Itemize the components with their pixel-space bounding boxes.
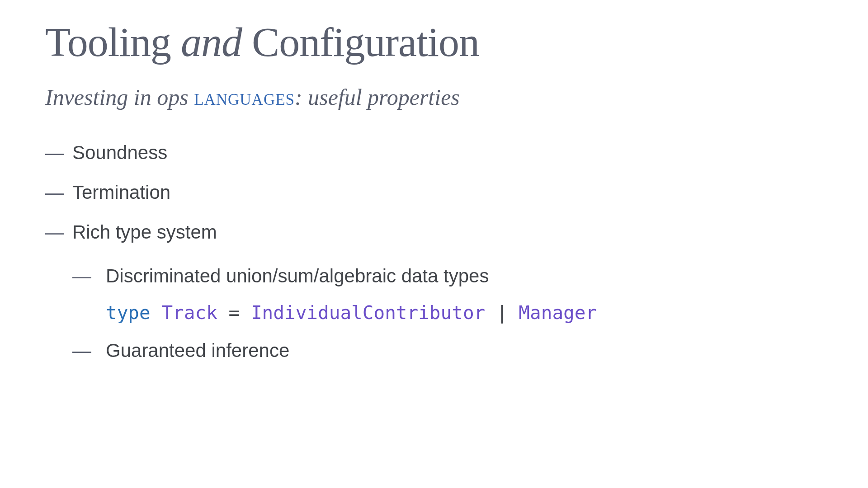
title-part1: Tooling [45,19,171,65]
list-item: Termination [45,182,823,203]
list-item: Discriminated union/sum/algebraic data t… [72,261,823,328]
list-item: Guaranteed inference [72,336,823,365]
title-part2: Configuration [252,19,479,65]
bullet-list: Soundness Termination Rich type system D… [45,142,823,365]
sub-bullet-list: Discriminated union/sum/algebraic data t… [72,261,823,365]
subtitle-prefix: Investing in ops [45,84,194,110]
code-variant: Manager [519,302,597,324]
list-item: Rich type system Discriminated union/sum… [45,221,823,365]
subtitle-smallcaps: LANGUAGES [194,84,295,110]
slide-subtitle: Investing in ops LANGUAGES: useful prope… [45,84,823,110]
list-item-label: Rich type system [72,221,217,243]
code-equals: = [217,302,251,324]
code-typename: Track [161,302,217,324]
title-italic: and [171,19,252,65]
code-example: type Track = IndividualContributor | Man… [106,299,823,328]
slide-title: Tooling and Configuration [45,18,823,66]
subtitle-suffix: : useful properties [295,84,460,110]
code-pipe: | [485,302,519,324]
list-item: Soundness [45,142,823,164]
code-variant: IndividualContributor [251,302,485,324]
code-keyword: type [106,302,151,324]
sublist-item-label: Discriminated union/sum/algebraic data t… [106,265,489,286]
